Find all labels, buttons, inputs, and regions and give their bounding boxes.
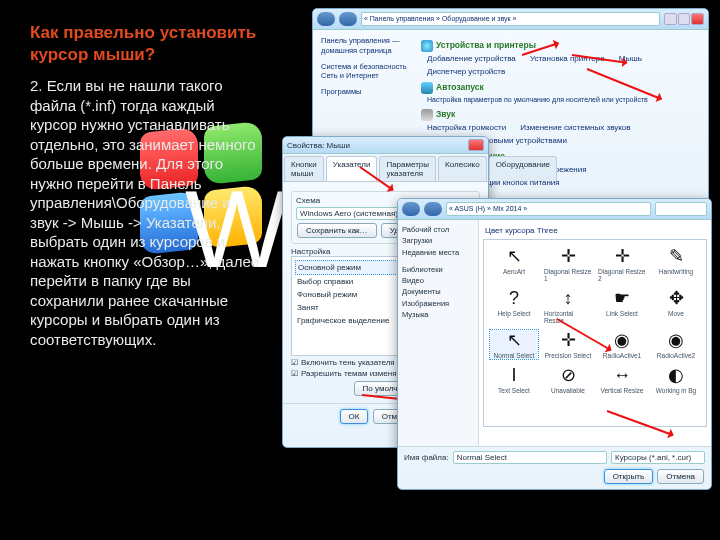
cp-link[interactable]: Изменение системных звуков: [520, 123, 630, 132]
side-link[interactable]: Библиотеки: [402, 264, 474, 275]
cursor-glyph: ✛: [561, 330, 576, 350]
browse-breadcrumb[interactable]: « ASUS (H) » Mix 2014 »: [446, 202, 651, 216]
side-link[interactable]: Загрузки: [402, 235, 474, 246]
cp-side-link[interactable]: домашняя страница: [321, 46, 413, 56]
cursor-item[interactable]: ↔Vertical Resize: [598, 365, 646, 394]
save-as-button[interactable]: Сохранить как…: [297, 223, 377, 238]
side-link[interactable]: Изображения: [402, 298, 474, 309]
cp-link[interactable]: Добавление устройства: [427, 54, 516, 63]
cursor-glyph: ✎: [669, 246, 684, 266]
tab-pointers[interactable]: Указатели: [326, 156, 378, 181]
cursor-item[interactable]: ☛Link Select: [598, 288, 646, 324]
cursor-item[interactable]: ⊘Unavailable: [544, 365, 592, 394]
mouse-tabs: Кнопки мыши Указатели Параметры указател…: [283, 154, 488, 182]
window-controls: [664, 13, 704, 25]
mouse-titlebar: Свойства: Мыши: [283, 137, 488, 154]
cursor-item[interactable]: ◐Working in Bg: [652, 365, 700, 394]
cp-group-title[interactable]: Автозапуск: [436, 82, 484, 92]
side-link[interactable]: Музыка: [402, 309, 474, 320]
slide: Wi® Как правельно установить курсор мыши…: [0, 0, 720, 540]
pointer-name: Основной режим: [298, 263, 361, 272]
cursor-item[interactable]: ✛Diagonal Resize 2: [598, 246, 646, 282]
ok-button[interactable]: ОК: [340, 409, 369, 424]
cursor-glyph: ✥: [669, 288, 684, 308]
cp-group-title[interactable]: Звук: [436, 109, 455, 119]
cursor-label: Handwriting: [659, 268, 693, 275]
min-button[interactable]: [664, 13, 677, 25]
cursor-label: Vertical Resize: [601, 387, 644, 394]
forward-button[interactable]: [424, 202, 442, 216]
side-link[interactable]: Недавние места: [402, 247, 474, 258]
cursor-item[interactable]: ↕Horizontal Resize: [544, 288, 592, 324]
side-link[interactable]: Видео: [402, 275, 474, 286]
cursor-glyph: ◐: [668, 365, 684, 385]
cursor-glyph: ✛: [615, 246, 630, 266]
close-button[interactable]: [468, 139, 484, 151]
browse-button-row: Открыть Отмена: [398, 468, 711, 490]
cursor-grid: ↖AeroArt✛Diagonal Resize 1✛Diagonal Resi…: [483, 239, 707, 427]
back-button[interactable]: [402, 202, 420, 216]
page-title: Как правельно установить курсор мыши?: [30, 22, 260, 66]
tab-hardware[interactable]: Оборудование: [489, 156, 557, 181]
browse-titlebar: « ASUS (H) » Mix 2014 »: [398, 199, 711, 220]
cursor-label: Normal Select: [494, 352, 535, 359]
cursor-glyph: ✛: [561, 246, 576, 266]
filename-field[interactable]: Normal Select: [453, 451, 607, 464]
cursor-glyph: ?: [509, 288, 519, 308]
cursor-label: Unavailable: [551, 387, 585, 394]
tab-wheel[interactable]: Колесико: [438, 156, 487, 181]
close-button[interactable]: [691, 13, 704, 25]
cursor-item[interactable]: ✛Diagonal Resize 1: [544, 246, 592, 282]
disc-icon: [421, 82, 433, 94]
search-field[interactable]: [655, 202, 707, 216]
forward-button[interactable]: [339, 12, 357, 26]
cp-titlebar: « Панель управления » Оборудование и зву…: [313, 9, 708, 30]
cursor-item[interactable]: ↖AeroArt: [490, 246, 538, 282]
cp-side-link[interactable]: Система и безопасность: [321, 62, 413, 72]
cursor-label: Move: [668, 310, 684, 317]
cursor-item[interactable]: ◉RadioActive1: [598, 330, 646, 359]
max-button[interactable]: [678, 13, 691, 25]
cursor-label: Help Select: [497, 310, 530, 317]
cursor-item[interactable]: IText Select: [490, 365, 538, 394]
browse-sidebar: Рабочий стол Загрузки Недавние места Биб…: [398, 220, 479, 446]
cursor-glyph: ⊘: [561, 365, 576, 385]
body-paragraph: 2. Если вы не нашли такого файла (*.inf)…: [30, 76, 260, 349]
cursor-item[interactable]: ◉RadioActive2: [652, 330, 700, 359]
cp-link[interactable]: Настройка громкости: [427, 123, 506, 132]
cursor-label: Precision Select: [545, 352, 592, 359]
back-button[interactable]: [317, 12, 335, 26]
filetype-dropdown[interactable]: Курсоры (*.ani, *.cur): [611, 451, 705, 464]
cursor-item[interactable]: ✥Move: [652, 288, 700, 324]
cp-side-link[interactable]: Программы: [321, 87, 413, 97]
cp-side-link[interactable]: Сеть и Интернет: [321, 71, 413, 81]
open-button[interactable]: Открыть: [604, 469, 653, 484]
cp-breadcrumb[interactable]: « Панель управления » Оборудование и зву…: [361, 12, 660, 26]
cp-group-title[interactable]: Устройства и принтеры: [436, 40, 536, 50]
cursor-glyph: ◉: [668, 330, 684, 350]
cursor-item[interactable]: ↖Normal Select: [490, 330, 538, 359]
browse-footer: Имя файла: Normal Select Курсоры (*.ani,…: [398, 446, 711, 468]
cursor-item[interactable]: ✎Handwriting: [652, 246, 700, 282]
cursor-glyph: I: [511, 365, 516, 385]
cursor-glyph: ↕: [564, 288, 573, 308]
cursor-item[interactable]: ?Help Select: [490, 288, 538, 324]
cursor-label: Diagonal Resize 2: [598, 268, 646, 282]
cursor-label: Working in Bg: [656, 387, 696, 394]
screenshot-composite: « Панель управления » Оборудование и зву…: [282, 8, 712, 528]
cursor-glyph: ☛: [614, 288, 630, 308]
cursor-label: Link Select: [606, 310, 638, 317]
cancel-button[interactable]: Отмена: [657, 469, 704, 484]
side-link[interactable]: Рабочий стол: [402, 224, 474, 235]
tab-options[interactable]: Параметры указателя: [379, 156, 436, 181]
cursor-label: Text Select: [498, 387, 530, 394]
text-column: Как правельно установить курсор мыши? 2.…: [30, 22, 260, 349]
cp-side-link[interactable]: Панель управления —: [321, 36, 413, 46]
tab-buttons[interactable]: Кнопки мыши: [284, 156, 324, 181]
cp-link[interactable]: Диспетчер устройств: [427, 67, 505, 76]
cp-link[interactable]: Настройка параметров по умолчанию для но…: [427, 96, 648, 103]
cursor-label: AeroArt: [503, 268, 525, 275]
side-link[interactable]: Документы: [402, 286, 474, 297]
cursor-glyph: ↖: [507, 330, 522, 350]
cursor-label: Horizontal Resize: [544, 310, 592, 324]
